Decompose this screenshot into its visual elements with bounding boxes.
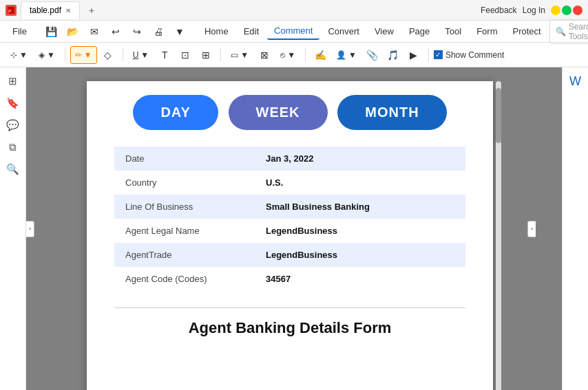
title-bar-left: P table.pdf ✕ + <box>6 1 481 19</box>
period-buttons: DAY WEEK MONTH <box>114 95 465 130</box>
show-comment-toggle[interactable]: ✓ Show Comment <box>434 50 504 60</box>
menu-protect[interactable]: Protect <box>505 23 547 39</box>
left-sidebar: ⊞ 🔖 💬 ⧉ 🔍 <box>0 67 26 390</box>
measure-tool-button[interactable]: ⊠ <box>255 46 274 64</box>
form-title: Agent Banking Details Form <box>114 319 465 337</box>
open-icon[interactable]: 📂 <box>63 23 83 41</box>
show-comment-checkbox[interactable]: ✓ <box>434 50 443 59</box>
sidebar-layers-icon[interactable]: ⧉ <box>5 139 21 155</box>
dropdown-icon[interactable]: ▼ <box>170 23 189 41</box>
menu-tool[interactable]: Tool <box>438 23 468 39</box>
table-label: Line Of Business <box>114 195 255 219</box>
table-label: Country <box>114 171 255 195</box>
show-comment-text: Show Comment <box>445 50 504 60</box>
table-value: LegendBusiness <box>255 243 465 267</box>
month-button[interactable]: MONTH <box>337 95 446 130</box>
minimize-button[interactable] <box>551 6 560 15</box>
pencil-icon: ✏ <box>75 50 82 60</box>
table-row: AgentTrade LegendBusiness <box>114 243 465 267</box>
pdf-page: DAY WEEK MONTH Date Jan 3, 2022 Country … <box>87 81 493 390</box>
text-tool-button[interactable]: T <box>155 46 174 64</box>
menu-form[interactable]: Form <box>470 23 504 39</box>
underline-tool-button[interactable]: U ▼ <box>128 46 154 64</box>
search-placeholder: Search Tools <box>569 22 588 41</box>
redo-icon[interactable]: ↪ <box>127 23 147 41</box>
comment-icon: 👤 <box>336 50 346 60</box>
right-collapse-button[interactable]: ‹ <box>527 221 536 237</box>
week-button[interactable]: WEEK <box>229 95 328 130</box>
highlight-tool-button[interactable]: ✏ ▼ <box>70 46 97 64</box>
sidebar-pages-icon[interactable]: ⊞ <box>5 73 21 89</box>
sidebar-comment-icon[interactable]: 💬 <box>5 117 21 133</box>
toolbar-group-4: ▭ ▼ ⊠ ⎋ ▼ <box>226 46 300 64</box>
table-row: Agent Code (Codes) 34567 <box>114 267 465 291</box>
menu-page[interactable]: Page <box>402 23 437 39</box>
undo-icon[interactable]: ↩ <box>106 23 125 41</box>
feedback-button[interactable]: Feedback <box>481 6 517 15</box>
menu-home[interactable]: Home <box>198 23 235 39</box>
table-value: Jan 3, 2022 <box>255 147 465 171</box>
add-tab-button[interactable]: + <box>84 3 99 18</box>
menu-bar: File 💾 📂 ✉ ↩ ↪ 🖨 ▼ Home Edit Comment Con… <box>0 21 588 43</box>
callout-button[interactable]: ⊞ <box>196 46 216 64</box>
signature-tool-button[interactable]: ✍ <box>311 46 330 64</box>
toolbar-sep-1 <box>65 48 65 62</box>
toolbar-group-1: ⊹ ▼ ◈ ▼ <box>6 46 60 64</box>
login-button[interactable]: Log In <box>523 6 545 15</box>
comment-tool-button[interactable]: 👤 ▼ <box>331 46 361 64</box>
info-table: Date Jan 3, 2022 Country U.S. Line Of Bu… <box>114 147 465 291</box>
table-value: LegendBusiness <box>255 219 465 243</box>
right-sidebar: W <box>562 67 588 390</box>
scrollbar-thumb[interactable] <box>496 88 501 143</box>
table-row: Date Jan 3, 2022 <box>114 147 465 171</box>
day-button[interactable]: DAY <box>133 95 218 130</box>
sidebar-collapse-button[interactable]: › <box>26 221 34 237</box>
word-export-icon[interactable]: W <box>567 73 584 89</box>
table-value: U.S. <box>255 171 465 195</box>
annotation-dropdown[interactable]: ▼ <box>47 50 55 60</box>
select-tool-button[interactable]: ⊹ ▼ <box>6 46 32 64</box>
close-button[interactable] <box>573 6 582 15</box>
underline-icon: U <box>133 50 139 60</box>
table-label: AgentTrade <box>114 243 255 267</box>
toolbar-sep-4 <box>305 48 306 62</box>
sidebar-bookmark-icon[interactable]: 🔖 <box>5 95 21 111</box>
toolbar-group-2: ✏ ▼ ◇ <box>70 46 118 64</box>
restore-button[interactable] <box>562 6 571 15</box>
stamp-tool-button[interactable]: ⎋ ▼ <box>275 46 300 64</box>
print-icon[interactable]: 🖨 <box>149 23 168 41</box>
audio-button[interactable]: 🎵 <box>384 46 403 64</box>
sidebar-search-icon[interactable]: 🔍 <box>5 161 21 177</box>
comment-toolbar: ⊹ ▼ ◈ ▼ ✏ ▼ ◇ U ▼ T ⊡ ⊞ ▭ ▼ ⊠ ⎋ ▼ <box>0 43 588 67</box>
pencil-dropdown[interactable]: ▼ <box>84 50 92 60</box>
annotation-tool-button[interactable]: ◈ ▼ <box>34 46 60 64</box>
table-value: Small Business Banking <box>255 195 465 219</box>
main-layout: ⊞ 🔖 💬 ⧉ 🔍 › DAY WEEK MONTH Dat <box>0 67 588 390</box>
email-icon[interactable]: ✉ <box>85 23 104 41</box>
select-dropdown[interactable]: ▼ <box>19 50 28 60</box>
table-value: 34567 <box>255 267 465 291</box>
shape-tool-button[interactable]: ▭ ▼ <box>226 46 253 64</box>
tab-close-icon[interactable]: ✕ <box>65 7 71 14</box>
menu-view[interactable]: View <box>368 23 401 39</box>
toolbar-sep-5 <box>428 48 429 62</box>
menu-edit[interactable]: Edit <box>237 23 266 39</box>
table-row: Agent Legal Name LegendBusiness <box>114 219 465 243</box>
title-bar: P table.pdf ✕ + Feedback Log In <box>0 0 588 21</box>
eraser-tool-button[interactable]: ◇ <box>98 46 118 64</box>
menu-file[interactable]: File <box>6 23 34 39</box>
menu-comment[interactable]: Comment <box>267 23 319 40</box>
pdf-viewer[interactable]: DAY WEEK MONTH Date Jan 3, 2022 Country … <box>26 67 562 390</box>
attachment-button[interactable]: 📎 <box>363 46 382 64</box>
scrollbar-track[interactable] <box>496 81 501 390</box>
table-row: Country U.S. <box>114 171 465 195</box>
search-tools[interactable]: 🔍 Search Tools <box>549 19 588 44</box>
title-bar-right: Feedback Log In <box>481 6 582 15</box>
save-icon[interactable]: 💾 <box>42 23 61 41</box>
pdf-tab[interactable]: table.pdf ✕ <box>21 1 80 19</box>
text-box-button[interactable]: ⊡ <box>176 46 195 64</box>
annotation-icon: ◈ <box>39 50 45 60</box>
video-button[interactable]: ▶ <box>404 46 423 64</box>
menu-convert[interactable]: Convert <box>321 23 366 39</box>
rectangle-icon: ▭ <box>231 50 238 60</box>
